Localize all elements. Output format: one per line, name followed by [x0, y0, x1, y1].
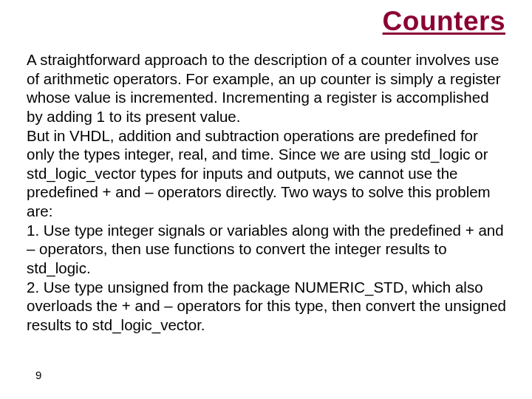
- slide-title: Counters: [383, 6, 505, 37]
- title-wrap: Counters: [27, 6, 514, 37]
- slide: Counters A straightforward approach to t…: [0, 0, 532, 399]
- slide-body: A straightforward approach to the descri…: [27, 50, 514, 334]
- page-number: 9: [35, 369, 41, 381]
